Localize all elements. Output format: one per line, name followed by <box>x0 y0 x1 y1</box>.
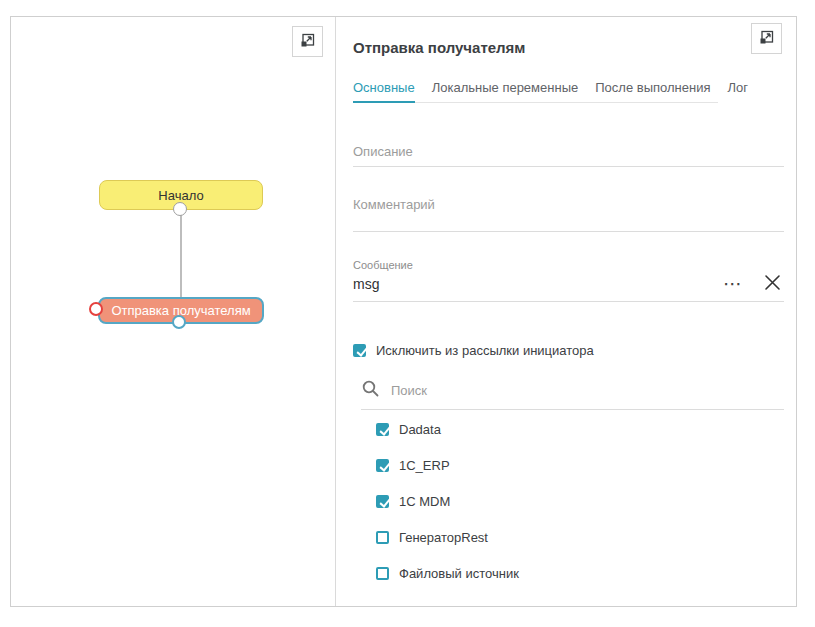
recipient-list: Dadata 1C_ERP 1C MDM ГенераторRest Файло… <box>376 422 784 581</box>
tab-main[interactable]: Основные <box>353 80 415 103</box>
recipient-label: ГенераторRest <box>399 530 488 545</box>
properties-panel: Отправка получателям Основные Локальные … <box>336 17 796 606</box>
message-field: Сообщение ⋯ <box>353 259 784 302</box>
connector-edge <box>180 209 182 301</box>
checkbox[interactable] <box>376 567 389 580</box>
recipient-search <box>361 379 784 410</box>
comment-input[interactable] <box>353 197 784 232</box>
workflow-editor: Начало Отправка получателям Отправка пол… <box>10 16 797 607</box>
tab-local-variables[interactable]: Локальные переменные <box>432 80 579 102</box>
recipient-label: 1C_ERP <box>399 458 450 473</box>
description-field <box>353 142 784 167</box>
node-start-output-port[interactable] <box>173 202 187 216</box>
close-icon <box>763 273 782 295</box>
exclude-initiator-checkbox[interactable] <box>353 344 366 357</box>
exclude-initiator-row[interactable]: Исключить из рассылки инициатора <box>353 343 784 358</box>
tab-after-execution[interactable]: После выполнения <box>595 80 710 102</box>
search-input[interactable] <box>391 383 784 398</box>
description-input[interactable] <box>353 144 784 167</box>
checkbox[interactable] <box>376 495 389 508</box>
expand-icon <box>759 29 775 48</box>
checkbox[interactable] <box>376 459 389 472</box>
comment-field <box>353 195 784 232</box>
message-label: Сообщение <box>353 259 784 271</box>
panel-expand-button[interactable] <box>751 23 782 54</box>
diagram-canvas[interactable]: Начало Отправка получателям <box>11 17 336 606</box>
checkbox[interactable] <box>376 423 389 436</box>
recipient-row-dadata[interactable]: Dadata <box>376 422 784 437</box>
recipient-row-1c-mdm[interactable]: 1C MDM <box>376 494 784 509</box>
recipient-row-1c-erp[interactable]: 1C_ERP <box>376 458 784 473</box>
node-send-output-port[interactable] <box>172 315 186 329</box>
more-options-icon[interactable]: ⋯ <box>715 279 751 289</box>
search-icon <box>361 379 380 402</box>
recipient-label: Dadata <box>399 422 441 437</box>
exclude-initiator-label: Исключить из рассылки инициатора <box>376 343 594 358</box>
message-input[interactable] <box>353 276 715 292</box>
recipient-row-generator-rest[interactable]: ГенераторRest <box>376 530 784 545</box>
canvas-expand-button[interactable] <box>292 26 323 57</box>
recipient-label: Файловый источник <box>399 566 519 581</box>
checkbox[interactable] <box>376 531 389 544</box>
page-title: Отправка получателям <box>353 39 784 56</box>
recipient-label: 1C MDM <box>399 494 450 509</box>
expand-icon <box>300 32 316 51</box>
tab-log[interactable]: Лог <box>727 80 748 102</box>
tab-bar: Основные Локальные переменные После выпо… <box>353 80 718 103</box>
recipient-row-file-source[interactable]: Файловый источник <box>376 566 784 581</box>
clear-message-button[interactable] <box>751 273 784 295</box>
node-send-input-port[interactable] <box>89 302 103 316</box>
